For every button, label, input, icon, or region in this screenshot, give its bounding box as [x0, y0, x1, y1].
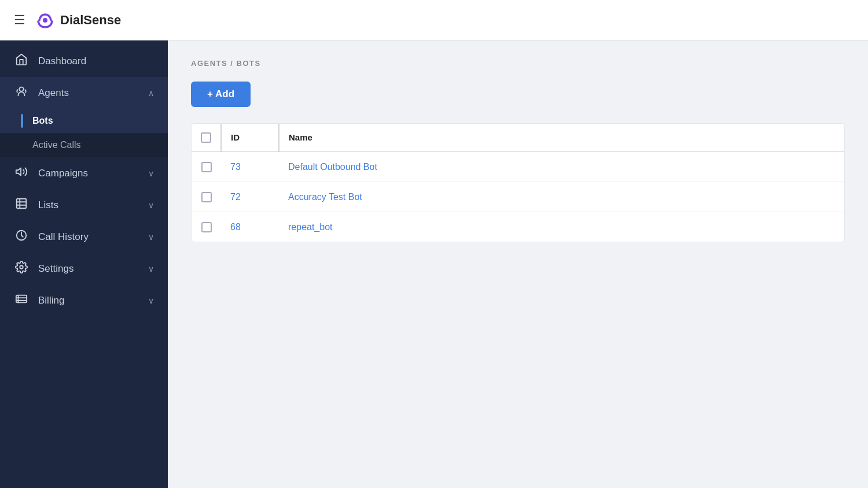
- row-id: 72: [221, 182, 279, 212]
- bots-table-container: ID Name 73Default Outbound Bot72Accuracy…: [191, 123, 845, 242]
- sidebar-item-call-history[interactable]: Call History ∨: [0, 221, 168, 253]
- sidebar-item-label-call-history: Call History: [38, 231, 89, 243]
- logo: DialSense: [35, 10, 121, 31]
- content-area: AGENTS / BOTS + Add ID Name: [168, 40, 868, 488]
- billing-icon: [14, 293, 29, 308]
- bot-link-72[interactable]: Accuracy Test Bot: [288, 192, 362, 202]
- row-checkbox-2[interactable]: [201, 222, 212, 232]
- lists-icon: [14, 197, 29, 213]
- svg-point-0: [43, 18, 47, 23]
- call-history-icon: [14, 229, 29, 245]
- row-checkbox-cell: [192, 182, 221, 212]
- svg-marker-2: [16, 168, 21, 176]
- sidebar-item-settings[interactable]: Settings ∨: [0, 253, 168, 284]
- call-history-chevron-icon: ∨: [148, 232, 154, 242]
- svg-point-1: [19, 87, 23, 91]
- sidebar-item-active-calls[interactable]: Active Calls: [0, 133, 168, 157]
- row-name: Default Outbound Bot: [279, 151, 844, 182]
- logo-text: DialSense: [60, 13, 121, 28]
- logo-icon: [35, 10, 56, 31]
- row-checkbox-1[interactable]: [201, 192, 212, 202]
- main-layout: Dashboard Agents ∧ Bots Active Calls: [0, 40, 868, 488]
- sidebar: Dashboard Agents ∧ Bots Active Calls: [0, 40, 168, 488]
- sidebar-item-label-active-calls: Active Calls: [32, 140, 81, 150]
- sidebar-item-agents[interactable]: Agents ∧: [0, 77, 168, 109]
- table-row: 68repeat_bot: [192, 212, 844, 242]
- settings-icon: [14, 261, 29, 276]
- row-checkbox-cell: [192, 151, 221, 182]
- table-header-row: ID Name: [192, 124, 844, 151]
- row-checkbox-0[interactable]: [201, 162, 212, 172]
- table-row: 72Accuracy Test Bot: [192, 182, 844, 212]
- bot-link-73[interactable]: Default Outbound Bot: [288, 162, 377, 172]
- add-button[interactable]: + Add: [191, 82, 251, 107]
- hamburger-icon[interactable]: ☰: [14, 14, 25, 27]
- sidebar-item-lists[interactable]: Lists ∨: [0, 189, 168, 221]
- bot-link-68[interactable]: repeat_bot: [288, 222, 333, 232]
- sidebar-item-label-bots: Bots: [32, 116, 53, 126]
- sidebar-item-campaigns[interactable]: Campaigns ∨: [0, 157, 168, 189]
- sidebar-item-label-campaigns: Campaigns: [38, 168, 88, 179]
- column-header-checkbox: [192, 124, 221, 151]
- row-checkbox-cell: [192, 212, 221, 242]
- agents-chevron-icon: ∧: [148, 88, 154, 98]
- sidebar-item-label-dashboard: Dashboard: [38, 56, 86, 67]
- agents-icon: [14, 85, 29, 101]
- breadcrumb-bots: BOTS: [237, 59, 261, 68]
- row-id: 68: [221, 212, 279, 242]
- row-name: Accuracy Test Bot: [279, 182, 844, 212]
- svg-rect-3: [17, 199, 27, 209]
- sidebar-item-bots[interactable]: Bots: [0, 109, 168, 133]
- breadcrumb-agents: AGENTS: [191, 59, 227, 68]
- row-id: 73: [221, 151, 279, 182]
- settings-chevron-icon: ∨: [148, 264, 154, 273]
- column-header-name: Name: [279, 124, 844, 151]
- home-icon: [14, 53, 29, 69]
- campaigns-icon: [14, 165, 29, 181]
- lists-chevron-icon: ∨: [148, 201, 154, 210]
- sidebar-item-label-agents: Agents: [38, 87, 69, 99]
- row-name: repeat_bot: [279, 212, 844, 242]
- agents-sub-menu: Bots Active Calls: [0, 109, 168, 157]
- sidebar-item-label-lists: Lists: [38, 199, 58, 211]
- billing-chevron-icon: ∨: [148, 296, 154, 305]
- breadcrumb: AGENTS / BOTS: [191, 59, 845, 68]
- table-row: 73Default Outbound Bot: [192, 151, 844, 182]
- breadcrumb-separator: /: [230, 59, 236, 68]
- campaigns-chevron-icon: ∨: [148, 169, 154, 178]
- bots-table: ID Name 73Default Outbound Bot72Accuracy…: [192, 124, 844, 242]
- topbar: ☰ DialSense: [0, 0, 868, 40]
- header-checkbox[interactable]: [201, 132, 211, 143]
- svg-point-8: [20, 265, 23, 269]
- sidebar-item-label-settings: Settings: [38, 263, 73, 275]
- sidebar-item-billing[interactable]: Billing ∨: [0, 284, 168, 316]
- table-body: 73Default Outbound Bot72Accuracy Test Bo…: [192, 151, 844, 242]
- sidebar-item-dashboard[interactable]: Dashboard: [0, 45, 168, 77]
- column-header-id: ID: [221, 124, 279, 151]
- sidebar-item-label-billing: Billing: [38, 295, 64, 306]
